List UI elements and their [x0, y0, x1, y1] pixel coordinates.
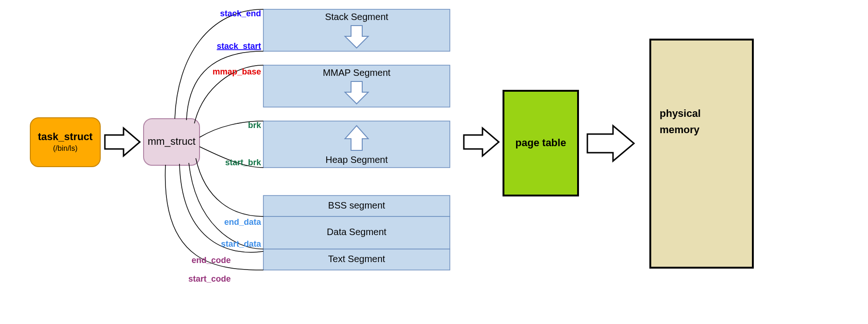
ptr-stack-end: stack_end	[220, 9, 261, 18]
stack-segment-label: Stack Segment	[325, 12, 388, 22]
curve-stack-end	[175, 9, 263, 119]
curve-stack-start	[186, 51, 263, 120]
arrow-seg-to-pagetable	[464, 128, 499, 156]
heap-segment-label: Heap Segment	[325, 155, 388, 165]
ptr-stack-start: stack_start	[217, 41, 261, 51]
physical-memory-line2: memory	[660, 124, 700, 135]
data-segment-label: Data Segment	[327, 227, 386, 237]
mm-struct-title: mm_struct	[148, 135, 196, 147]
task-struct-subtitle: (/bin/ls)	[53, 144, 77, 152]
ptr-end-code: end_code	[192, 256, 231, 265]
ptr-brk: brk	[248, 121, 262, 130]
text-segment-label: Text Segment	[328, 254, 386, 264]
mmap-segment-label: MMAP Segment	[323, 68, 391, 78]
ptr-start-brk: start_brk	[225, 158, 262, 167]
ptr-end-data: end_data	[224, 217, 262, 227]
ptr-mmap-base: mmap_base	[213, 67, 261, 76]
bss-segment-label: BSS segment	[328, 200, 386, 210]
task-struct-title: task_struct	[38, 131, 93, 142]
memory-diagram: task_struct (/bin/ls) mm_struct Stack Se…	[0, 0, 868, 324]
ptr-start-data: start_data	[221, 239, 262, 249]
page-table-title: page table	[516, 137, 566, 148]
physical-memory-line1: physical	[660, 108, 701, 119]
ptr-start-code: start_code	[188, 274, 231, 284]
arrow-pagetable-to-physmem	[587, 126, 634, 161]
physical-memory-box	[650, 40, 753, 268]
arrow-task-to-mm	[105, 128, 140, 156]
